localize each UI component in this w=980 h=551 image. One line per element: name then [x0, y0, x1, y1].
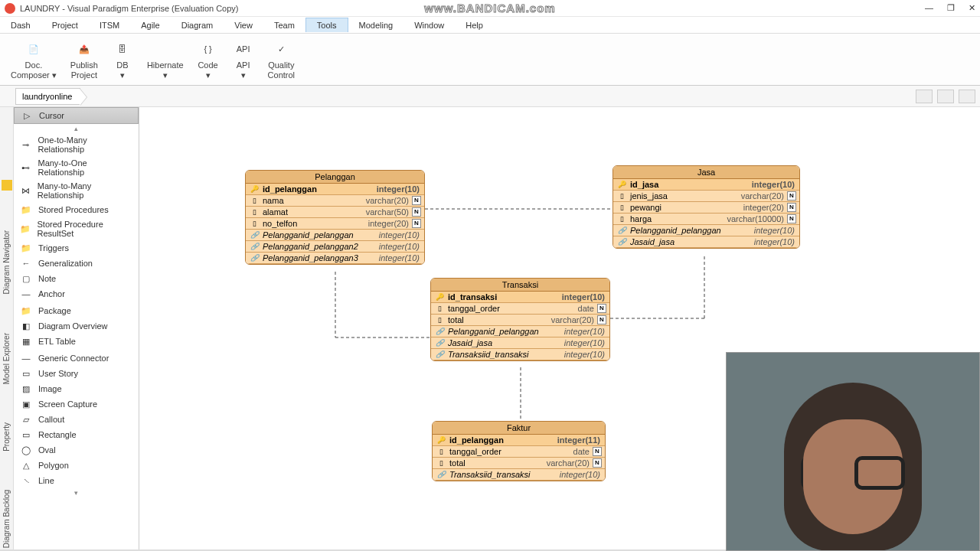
- entity-title: Transaksi: [431, 279, 609, 292]
- entity-transaksi[interactable]: Transaksi🔑id_transaksiinteger(10)▯tangga…: [430, 278, 610, 361]
- entity-title: Jasa: [613, 166, 799, 179]
- menu-window[interactable]: Window: [403, 18, 455, 32]
- menu-itsm[interactable]: ITSM: [89, 18, 130, 32]
- column-Jasaid_jasa[interactable]: 🔗Jasaid_jasainteger(10): [431, 337, 609, 349]
- column-Pelangganid_pelanggan[interactable]: 🔗Pelangganid_pelangganinteger(10): [613, 225, 799, 236]
- palette-anchor[interactable]: —Anchor: [14, 286, 139, 302]
- column-Transaksiid_transaksi[interactable]: 🔗Transaksiid_transaksiinteger(10): [433, 469, 605, 481]
- palette-cursor[interactable]: ▷Cursor: [14, 107, 139, 124]
- menu-agile[interactable]: Agile: [130, 18, 170, 32]
- not-null-badge: N: [412, 219, 421, 228]
- entity-title: Pelanggan: [246, 171, 424, 184]
- ribbon-doc[interactable]: 📄Doc.Composer ▾: [5, 37, 63, 80]
- column-id_transaksi[interactable]: 🔑id_transaksiinteger(10): [431, 292, 609, 303]
- column-tanggal_order[interactable]: ▯tanggal_orderdateN: [433, 446, 605, 458]
- not-null-badge: N: [412, 207, 421, 217]
- fk-icon: 🔗: [616, 237, 627, 246]
- entity-pelanggan[interactable]: Pelanggan🔑id_pelangganinteger(10)▯namava…: [245, 170, 425, 265]
- column-id_pelanggan[interactable]: 🔑id_pelangganinteger(10): [246, 184, 424, 195]
- menu-project[interactable]: Project: [41, 18, 89, 32]
- palette-one-to-many-relationship[interactable]: ⊸One-to-Many Relationship: [14, 133, 139, 156]
- column-harga[interactable]: ▯hargavarchar(10000)N: [613, 214, 799, 225]
- palette-many-to-one-relationship[interactable]: ⊷Many-to-One Relationship: [14, 156, 139, 179]
- sidetab-diagram-navigator[interactable]: Diagram Navigator: [2, 227, 11, 297]
- palette-icon: —: [20, 289, 32, 299]
- column-Pelangganid_pelanggan2[interactable]: 🔗Pelangganid_pelanggan2integer(10): [246, 241, 424, 253]
- column-pewangi[interactable]: ▯pewangiinteger(20)N: [613, 202, 799, 214]
- column-icon: ▯: [249, 207, 260, 217]
- palette-stored-procedure-resultset[interactable]: 📁Stored Procedure ResultSet: [14, 217, 139, 240]
- column-Pelangganid_pelanggan[interactable]: 🔗Pelangganid_pelangganinteger(10): [431, 326, 609, 337]
- palette-etl-table[interactable]: ▦ETL Table: [14, 334, 139, 349]
- palette-many-to-many-relationship[interactable]: ⋈Many-to-Many Relationship: [14, 179, 139, 202]
- close-button[interactable]: ✕: [969, 3, 975, 13]
- palette-line[interactable]: ⟍Line: [14, 473, 139, 488]
- column-id_jasa[interactable]: 🔑id_jasainteger(10): [613, 179, 799, 191]
- palette-icon: ←: [20, 258, 32, 269]
- palette-callout[interactable]: ▱Callout: [14, 412, 139, 427]
- column-icon: ▯: [434, 315, 445, 324]
- column-icon: ▯: [249, 196, 260, 205]
- menu-view[interactable]: View: [224, 18, 263, 32]
- palette-package[interactable]: 📁Package: [14, 303, 139, 318]
- maximize-button[interactable]: ❐: [947, 3, 955, 13]
- toolbar-icon[interactable]: [916, 90, 933, 103]
- column-Jasaid_jasa[interactable]: 🔗Jasaid_jasainteger(10): [613, 236, 799, 248]
- palette-polygon[interactable]: △Polygon: [14, 458, 139, 473]
- column-Pelangganid_pelanggan[interactable]: 🔗Pelangganid_pelangganinteger(10): [246, 230, 424, 241]
- minimize-button[interactable]: —: [925, 3, 933, 13]
- palette-triggers[interactable]: 📁Triggers: [14, 240, 139, 256]
- column-total[interactable]: ▯totalvarchar(20)N: [431, 315, 609, 326]
- ribbon-hib[interactable]: Hibernate▾: [141, 37, 190, 80]
- column-no_telfon[interactable]: ▯no_telfoninteger(20)N: [246, 218, 424, 230]
- key-icon: 🔑: [249, 184, 260, 194]
- palette-generalization[interactable]: ←Generalization: [14, 256, 139, 271]
- palette-rectangle[interactable]: ▭Rectangle: [14, 427, 139, 442]
- ribbon-code[interactable]: { }Code▾: [191, 37, 225, 80]
- menubar: DashProjectITSMAgileDiagramViewTeamTools…: [0, 17, 980, 34]
- column-jenis_jasa[interactable]: ▯jenis_jasavarchar(20)N: [613, 191, 799, 202]
- entity-jasa[interactable]: Jasa🔑id_jasainteger(10)▯jenis_jasavarcha…: [612, 165, 800, 249]
- palette-screen-capture[interactable]: ▣Screen Capture: [14, 396, 139, 412]
- fk-icon: 🔗: [249, 253, 260, 262]
- titlebar: LAUNDRY - Visual Paradigm Enterprise (Ev…: [0, 0, 980, 17]
- column-total[interactable]: ▯totalvarchar(20)N: [433, 458, 605, 469]
- palette-user-story[interactable]: ▭User Story: [14, 366, 139, 381]
- sidetab-diagram-backlog[interactable]: Diagram Backlog: [2, 487, 11, 551]
- column-id_pelanggan[interactable]: 🔑id_pelangganinteger(11): [433, 435, 605, 446]
- column-alamat[interactable]: ▯alamatvarchar(50)N: [246, 207, 424, 218]
- ribbon-qc[interactable]: ✓QualityControl: [262, 37, 301, 80]
- column-nama[interactable]: ▯namavarchar(20)N: [246, 195, 424, 207]
- webcam-overlay: [726, 352, 980, 551]
- palette-icon: 📁: [20, 243, 32, 253]
- entity-faktur[interactable]: Faktur🔑id_pelangganinteger(11)▯tanggal_o…: [432, 421, 606, 481]
- palette-diagram-overview[interactable]: ◧Diagram Overview: [14, 318, 139, 334]
- menu-dash[interactable]: Dash: [0, 18, 41, 32]
- palette-generic-connector[interactable]: —Generic Connector: [14, 350, 139, 366]
- toolbar-icon[interactable]: [959, 90, 975, 103]
- column-tanggal_order[interactable]: ▯tanggal_orderdateN: [431, 303, 609, 315]
- ribbon-db[interactable]: 🗄DB▾: [106, 37, 139, 80]
- key-icon: 🔑: [616, 180, 627, 189]
- sidetab-model-explorer[interactable]: Model Explorer: [2, 330, 11, 387]
- menu-team[interactable]: Team: [263, 18, 305, 32]
- column-Pelangganid_pelanggan3[interactable]: 🔗Pelangganid_pelanggan3integer(10): [246, 253, 424, 264]
- palette-image[interactable]: ▨Image: [14, 381, 139, 396]
- toolbar-icon[interactable]: [937, 90, 954, 103]
- not-null-badge: N: [787, 203, 796, 212]
- menu-help[interactable]: Help: [455, 18, 494, 32]
- menu-tools[interactable]: Tools: [305, 18, 348, 32]
- not-null-badge: N: [787, 214, 796, 223]
- column-Transaksiid_transaksi[interactable]: 🔗Transaksiid_transaksiinteger(10): [431, 349, 609, 360]
- palette-icon: 📁: [20, 204, 32, 215]
- palette-note[interactable]: ▢Note: [14, 271, 139, 286]
- breadcrumb[interactable]: laundryonline: [15, 88, 80, 105]
- ribbon-publish[interactable]: 📤PublishProject: [64, 37, 104, 80]
- palette-oval[interactable]: ◯Oval: [14, 442, 139, 458]
- ribbon-api[interactable]: APIAPI▾: [227, 37, 260, 80]
- sidetab-property[interactable]: Property: [2, 419, 11, 455]
- menu-diagram[interactable]: Diagram: [171, 18, 224, 32]
- menu-modeling[interactable]: Modeling: [348, 18, 404, 32]
- ribbon: 📄Doc.Composer ▾📤PublishProject🗄DB▾Hibern…: [0, 34, 980, 86]
- palette-stored-procedures[interactable]: 📁Stored Procedures: [14, 202, 139, 217]
